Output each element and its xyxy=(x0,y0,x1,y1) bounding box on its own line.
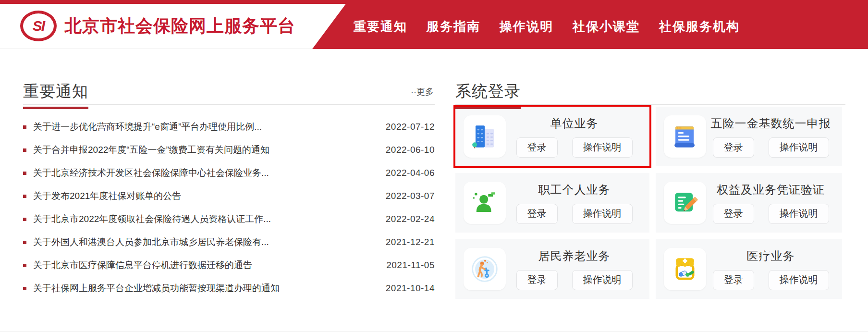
panel-certificate-verification: 权益及业务凭证验证 登录 操作说明 xyxy=(656,173,842,233)
bullet-icon xyxy=(23,172,26,175)
bullet-icon xyxy=(23,148,26,152)
notice-link[interactable]: 关于北京经济技术开发区社会保险保障中心社会保险业务... xyxy=(33,167,380,179)
guide-button-pension[interactable]: 操作说明 xyxy=(572,270,633,290)
nav-item-operation-instructions[interactable]: 操作说明 xyxy=(500,18,553,35)
notices-section-head: 重要通知 ··更多 xyxy=(23,81,435,105)
panel-medical: 医疗业务 登录 操作说明 xyxy=(656,239,842,299)
notice-row: 关于北京市医疗保障信息平台停机进行数据迁移的通告 2021-11-05 xyxy=(23,254,435,277)
notices-title: 重要通知 xyxy=(23,81,88,109)
elderly-walker-icon xyxy=(464,248,506,290)
panel-title: 单位业务 xyxy=(550,116,599,131)
guide-button-base-declaration[interactable]: 操作说明 xyxy=(769,137,829,158)
page-bottom-divider xyxy=(0,332,868,332)
site-brand[interactable]: SI 北京市社会保险网上服务平台 xyxy=(20,11,295,41)
notice-row: 关于发布2021年度社保对账单的公告 2022-03-07 xyxy=(23,185,435,208)
notices-more-link[interactable]: ··更多 xyxy=(411,86,434,98)
panel-unit-business: 单位业务 登录 操作说明 xyxy=(455,107,649,166)
login-section-head: 系统登录 xyxy=(455,81,845,105)
panel-title: 五险一金基数统一申报 xyxy=(711,116,831,131)
notice-date: 2022-03-07 xyxy=(386,191,435,201)
login-title: 系统登录 xyxy=(455,81,521,109)
notice-date: 2022-04-06 xyxy=(386,168,435,178)
panel-resident-pension: 居民养老业务 登录 操作说明 xyxy=(455,239,649,299)
notice-date: 2022-07-12 xyxy=(386,122,435,132)
notice-row: 关于北京市2022年度领取社会保险待遇人员资格认证工作... 2022-02-2… xyxy=(23,208,435,231)
notice-link[interactable]: 关于进一步优化营商环境提升“e窗通”平台办理使用比例... xyxy=(33,121,380,133)
notice-link[interactable]: 关于发布2021年度社保对账单的公告 xyxy=(33,190,380,202)
notice-link[interactable]: 关于外国人和港澳台人员参加北京市城乡居民养老保险有... xyxy=(33,236,380,248)
notice-row: 关于进一步优化营商环境提升“e窗通”平台办理使用比例... 2022-07-12 xyxy=(23,115,435,138)
notice-date: 2021-11-05 xyxy=(386,260,435,271)
notice-date: 2021-12-21 xyxy=(386,237,435,247)
guide-button-unit[interactable]: 操作说明 xyxy=(572,137,633,158)
guide-button-medical[interactable]: 操作说明 xyxy=(769,270,829,290)
login-button-unit[interactable]: 登录 xyxy=(516,137,558,158)
notice-date: 2022-06-10 xyxy=(386,145,435,155)
main-nav: 重要通知 服务指南 操作说明 社保小课堂 社保服务机构 xyxy=(312,4,868,49)
medical-kit-icon xyxy=(664,248,706,290)
document-icon xyxy=(664,115,706,158)
notice-date: 2021-10-14 xyxy=(386,283,435,294)
panel-title: 医疗业务 xyxy=(747,248,795,264)
notice-link[interactable]: 关于北京市2022年度领取社会保险待遇人员资格认证工作... xyxy=(33,213,380,225)
notice-row: 关于合并申报2022年度“五险一金”缴费工资有关问题的通知 2022-06-10 xyxy=(23,138,435,161)
notice-link[interactable]: 关于社保网上服务平台企业增减员功能暂按现渠道办理的通知 xyxy=(33,282,380,295)
person-icon xyxy=(464,182,506,224)
panel-title: 权益及业务凭证验证 xyxy=(717,182,825,197)
nav-item-important-notices[interactable]: 重要通知 xyxy=(354,18,407,35)
bullet-icon xyxy=(23,264,26,267)
login-button-verification[interactable]: 登录 xyxy=(713,204,754,224)
bullet-icon xyxy=(23,125,26,129)
login-button-base-declaration[interactable]: 登录 xyxy=(713,137,754,158)
nav-item-service-agencies[interactable]: 社保服务机构 xyxy=(659,18,740,35)
bullet-icon xyxy=(23,195,26,198)
guide-button-employee[interactable]: 操作说明 xyxy=(572,204,633,224)
notice-link[interactable]: 关于北京市医疗保障信息平台停机进行数据迁移的通告 xyxy=(33,259,380,271)
panel-employee-personal: 职工个人业务 登录 操作说明 xyxy=(455,173,649,233)
bullet-icon xyxy=(23,218,26,221)
site-title: 北京市社会保险网上服务平台 xyxy=(64,14,295,38)
site-header: SI 北京市社会保险网上服务平台 重要通知 服务指南 操作说明 社保小课堂 社保… xyxy=(0,4,868,49)
panel-title: 居民养老业务 xyxy=(538,248,611,264)
nav-item-social-security-class[interactable]: 社保小课堂 xyxy=(573,18,640,35)
panel-title: 职工个人业务 xyxy=(538,182,611,197)
login-button-employee[interactable]: 登录 xyxy=(516,204,558,224)
top-red-strip xyxy=(0,0,868,4)
notice-row: 关于社保网上服务平台企业增减员功能暂按现渠道办理的通知 2021-10-14 xyxy=(23,277,435,300)
note-pencil-icon xyxy=(664,182,706,224)
login-button-pension[interactable]: 登录 xyxy=(516,270,558,290)
buildings-icon xyxy=(464,115,506,158)
system-login-section: 系统登录 xyxy=(455,81,845,299)
notice-link[interactable]: 关于合并申报2022年度“五险一金”缴费工资有关问题的通知 xyxy=(33,144,380,156)
notice-row: 关于外国人和港澳台人员参加北京市城乡居民养老保险有... 2021-12-21 xyxy=(23,231,435,254)
bullet-icon xyxy=(23,241,26,244)
nav-item-service-guide[interactable]: 服务指南 xyxy=(427,18,480,35)
notice-row: 关于北京经济技术开发区社会保险保障中心社会保险业务... 2022-04-06 xyxy=(23,161,435,185)
notice-date: 2022-02-24 xyxy=(386,214,435,224)
si-logo-icon: SI xyxy=(20,11,57,41)
bullet-icon xyxy=(23,287,26,290)
notice-list: 关于进一步优化营商环境提升“e窗通”平台办理使用比例... 2022-07-12… xyxy=(23,115,435,300)
guide-button-verification[interactable]: 操作说明 xyxy=(769,204,829,224)
login-button-medical[interactable]: 登录 xyxy=(713,270,754,290)
notices-section: 重要通知 ··更多 关于进一步优化营商环境提升“e窗通”平台办理使用比例... … xyxy=(23,81,435,300)
login-panel-grid: 单位业务 登录 操作说明 xyxy=(455,107,845,299)
si-logo-text: SI xyxy=(33,18,44,34)
panel-base-declaration: 五险一金基数统一申报 登录 操作说明 xyxy=(656,107,842,166)
